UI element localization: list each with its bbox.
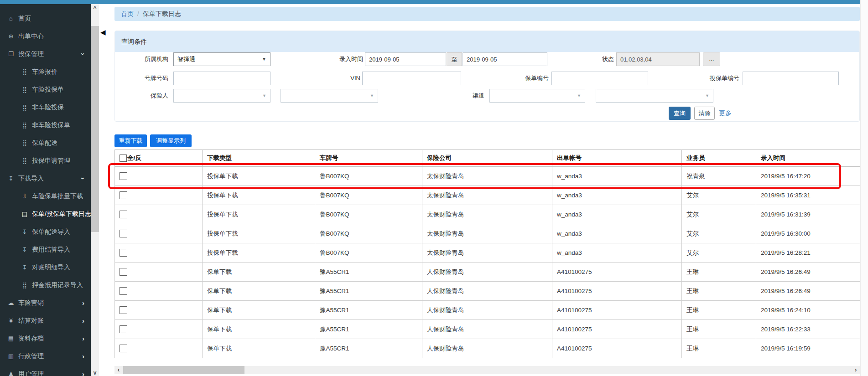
select-all-checkbox[interactable] <box>120 155 127 162</box>
row-select-cell <box>115 301 203 320</box>
grid-icon: ⣿ <box>20 134 29 152</box>
proposal-no-input[interactable] <box>743 72 839 85</box>
row-checkbox[interactable] <box>120 345 127 352</box>
row-checkbox[interactable] <box>120 230 127 237</box>
plate-input[interactable] <box>173 72 270 85</box>
row-checkbox[interactable] <box>120 268 127 276</box>
sidebar-item-label: 非车险投保单 <box>32 121 70 129</box>
row-select-cell <box>115 167 203 186</box>
table-cell: 人保财险青岛 <box>422 320 552 339</box>
insurer-select[interactable]: ▼ <box>173 89 270 103</box>
sidebar-item[interactable]: ▤保单/投保单下载日志 <box>0 205 91 223</box>
import-icon: ↧ <box>6 170 16 187</box>
table-cell: 投保单下载 <box>203 186 315 205</box>
row-checkbox[interactable] <box>120 306 127 314</box>
sidebar-item[interactable]: ↧下载导入› <box>0 170 91 187</box>
clear-button[interactable]: 清除 <box>694 107 715 120</box>
horizontal-scrollbar-thumb[interactable] <box>123 366 244 374</box>
table-cell: 豫A55CR1 <box>315 282 422 301</box>
entry-time-from-input[interactable] <box>365 52 446 66</box>
more-link[interactable]: 更多 <box>719 107 732 120</box>
table-cell: w_anda3 <box>552 186 682 205</box>
entry-time-to-input[interactable] <box>463 52 547 66</box>
sidebar-collapse-icon[interactable]: ◀ <box>100 28 106 36</box>
breadcrumb-home-link[interactable]: 首页 <box>121 10 134 17</box>
table-cell: 保单下载 <box>203 282 315 301</box>
table-horizontal-scrollbar[interactable]: ‹ › <box>114 366 860 374</box>
sidebar-item[interactable]: ⣿非车险投保单 <box>0 116 91 134</box>
sidebar-item[interactable]: ⣿非车险投保 <box>0 98 91 116</box>
row-checkbox[interactable] <box>120 249 127 257</box>
sidebar-item[interactable]: ⇩车险保单批量下载 <box>0 187 91 205</box>
sidebar-scrollbar[interactable]: ^ v <box>91 4 99 376</box>
file-icon: ❐ <box>6 45 16 63</box>
scroll-left-icon[interactable]: ‹ <box>114 366 123 374</box>
sidebar-item[interactable]: ▥行政管理› <box>0 347 91 365</box>
home-icon: ⌂ <box>6 10 16 27</box>
channel-sub-select[interactable]: ▼ <box>596 89 713 103</box>
org-select-value: 智择通 <box>177 56 195 62</box>
policy-no-label: 保单编号 <box>503 72 549 85</box>
page-vertical-scrollbar[interactable] <box>860 0 868 376</box>
row-checkbox[interactable] <box>120 172 127 180</box>
status-input[interactable] <box>616 52 700 66</box>
org-select[interactable]: 智择通 ▼ <box>173 52 270 66</box>
table-cell: A410100275 <box>552 339 682 358</box>
adjust-columns-button[interactable]: 调整显示列 <box>150 134 192 147</box>
table-cell: 豫A55CR1 <box>315 263 422 282</box>
row-select-cell <box>115 282 203 301</box>
scroll-up-icon[interactable]: ^ <box>91 5 99 11</box>
sidebar-item[interactable]: ⣿押金抵用记录导入 <box>0 276 91 294</box>
policy-no-input[interactable] <box>551 72 648 85</box>
scroll-down-icon[interactable]: v <box>91 370 99 376</box>
sidebar-item[interactable]: ♟用户管理› <box>0 365 91 376</box>
sidebar-item[interactable]: ¥结算对账› <box>0 312 91 330</box>
sidebar-scrollbar-thumb[interactable] <box>91 26 99 232</box>
insurer-sub-select[interactable]: ▼ <box>281 89 378 103</box>
table-cell: 保单下载 <box>203 320 315 339</box>
chevron-right-icon: › <box>82 330 84 347</box>
table-cell: 太保财险青岛 <box>422 243 552 263</box>
sidebar-item[interactable]: ⣿车险报价 <box>0 63 91 81</box>
row-select-cell <box>115 263 203 282</box>
table-cell: 保单下载 <box>203 263 315 282</box>
row-checkbox[interactable] <box>120 287 127 295</box>
table-row: 投保单下载鲁B007KQ太保财险青岛w_anda3艾尔2019/9/5 16:2… <box>115 243 860 263</box>
sidebar-item[interactable]: ↧费用结算导入 <box>0 241 91 258</box>
row-select-cell <box>115 339 203 358</box>
row-select-cell <box>115 320 203 339</box>
channel-select[interactable]: ▼ <box>489 89 585 103</box>
sidebar-item[interactable]: ☁车险营销› <box>0 294 91 312</box>
redownload-button[interactable]: 重新下载 <box>114 134 147 147</box>
sidebar-item-label: 行政管理 <box>18 352 44 360</box>
row-checkbox[interactable] <box>120 211 127 218</box>
scroll-right-icon[interactable]: › <box>852 366 860 374</box>
sidebar-item[interactable]: ⣿投保申请管理 <box>0 152 91 170</box>
vin-label: VIN <box>307 72 360 85</box>
sidebar-item[interactable]: ↧保单配送导入 <box>0 223 91 241</box>
sidebar-item[interactable]: ⌂首页 <box>0 10 91 27</box>
table-cell: 人保财险青岛 <box>422 339 552 358</box>
sidebar-item[interactable]: ⣿车险投保单 <box>0 81 91 98</box>
app-window: ⌂首页⊕出单中心❐投保管理›⣿车险报价⣿车险投保单⣿非车险投保⣿非车险投保单⣿保… <box>0 0 868 376</box>
table-body: 投保单下载鲁B007KQ太保财险青岛w_anda3祝青泉2019/9/5 16:… <box>115 167 860 358</box>
sidebar-item[interactable]: ❐投保管理› <box>0 45 91 63</box>
sidebar-item[interactable]: ⣿保单配送 <box>0 134 91 152</box>
status-more-button[interactable]: ... <box>703 52 720 66</box>
sidebar-item-label: 保单配送 <box>32 139 57 146</box>
table-cell: 2019/9/5 16:30:00 <box>756 224 860 243</box>
table-cell: 2019/9/5 16:24:10 <box>756 301 860 320</box>
sidebar-item[interactable]: ↧对账明细导入 <box>0 258 91 276</box>
row-checkbox[interactable] <box>120 191 127 199</box>
vin-input[interactable] <box>362 72 461 85</box>
breadcrumb-separator: / <box>137 10 139 17</box>
sidebar-item-label: 用户管理 <box>18 370 44 376</box>
sidebar-item-label: 费用结算导入 <box>32 246 70 253</box>
row-checkbox[interactable] <box>120 325 127 333</box>
sidebar-item[interactable]: ▤资料存档› <box>0 330 91 347</box>
sidebar-item-label: 投保申请管理 <box>32 157 70 164</box>
sidebar-item[interactable]: ⊕出单中心 <box>0 27 91 45</box>
search-button[interactable]: 查询 <box>669 107 691 120</box>
table-cell: A410100275 <box>552 301 682 320</box>
table-cell: A410100275 <box>552 282 682 301</box>
